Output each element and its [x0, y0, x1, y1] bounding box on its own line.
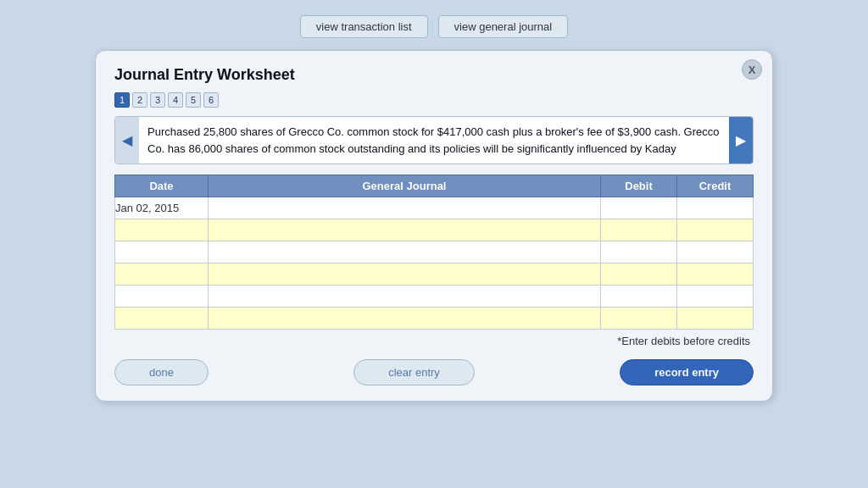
- credit-input[interactable]: [677, 263, 753, 285]
- debit-input[interactable]: [601, 308, 676, 329]
- bottom-buttons: done clear entry record entry: [114, 356, 754, 385]
- journal-input[interactable]: [209, 197, 600, 219]
- journal-cell[interactable]: [209, 197, 601, 219]
- done-button[interactable]: done: [114, 359, 209, 385]
- table-row: [115, 219, 754, 241]
- col-header-credit: Credit: [677, 175, 754, 197]
- debit-cell[interactable]: [601, 263, 677, 286]
- debit-cell[interactable]: [601, 197, 677, 219]
- credit-input[interactable]: [677, 286, 753, 307]
- col-header-debit: Debit: [601, 175, 677, 197]
- journal-input[interactable]: [209, 286, 600, 307]
- date-input[interactable]: [115, 241, 208, 263]
- debit-cell[interactable]: [601, 308, 677, 330]
- credit-input[interactable]: [677, 241, 753, 263]
- view-journal-button[interactable]: view general journal: [438, 15, 569, 38]
- description-area: ◀ Purchased 25,800 shares of Grecco Co. …: [114, 116, 754, 164]
- debit-input[interactable]: [601, 286, 676, 307]
- credit-input[interactable]: [677, 219, 753, 241]
- close-button[interactable]: X: [742, 59, 762, 80]
- table-row: Jan 02, 2015: [115, 197, 754, 219]
- step-2[interactable]: 2: [132, 92, 147, 108]
- date-cell: Jan 02, 2015: [115, 197, 209, 219]
- credit-cell[interactable]: [677, 197, 754, 219]
- credit-cell[interactable]: [677, 286, 754, 308]
- debit-cell[interactable]: [601, 241, 677, 263]
- col-header-journal: General Journal: [209, 175, 601, 197]
- description-text: Purchased 25,800 shares of Grecco Co. co…: [139, 117, 729, 164]
- credit-cell[interactable]: [677, 308, 754, 330]
- record-entry-button[interactable]: record entry: [620, 359, 754, 385]
- debit-input[interactable]: [601, 241, 676, 263]
- credit-cell[interactable]: [677, 219, 754, 241]
- credit-cell[interactable]: [677, 241, 754, 263]
- journal-table: Date General Journal Debit Credit Jan 02…: [114, 175, 754, 330]
- date-input[interactable]: [115, 286, 208, 307]
- credit-cell[interactable]: [677, 263, 754, 286]
- date-input[interactable]: [115, 308, 208, 329]
- debit-input[interactable]: [601, 219, 676, 241]
- date-cell[interactable]: [115, 263, 209, 286]
- view-transaction-button[interactable]: view transaction list: [300, 15, 428, 38]
- debit-cell[interactable]: [601, 219, 677, 241]
- date-cell[interactable]: [115, 308, 209, 330]
- journal-cell[interactable]: [209, 308, 601, 330]
- step-4[interactable]: 4: [168, 92, 183, 108]
- debit-cell[interactable]: [601, 286, 677, 308]
- journal-cell[interactable]: [209, 263, 601, 286]
- journal-cell[interactable]: [209, 241, 601, 263]
- date-cell[interactable]: [115, 241, 209, 263]
- journal-input[interactable]: [209, 241, 600, 263]
- table-row: [115, 263, 754, 286]
- top-navigation: view transaction list view general journ…: [300, 15, 568, 38]
- step-6[interactable]: 6: [203, 92, 219, 108]
- credit-input[interactable]: [677, 197, 753, 219]
- nav-right-arrow[interactable]: ▶: [729, 117, 753, 164]
- table-row: [115, 286, 754, 308]
- step-1[interactable]: 1: [114, 92, 130, 108]
- date-cell[interactable]: [115, 219, 209, 241]
- step-indicators: 1 2 3 4 5 6: [114, 92, 754, 108]
- table-row: [115, 308, 754, 330]
- credit-input[interactable]: [677, 308, 753, 329]
- table-row: [115, 241, 754, 263]
- step-5[interactable]: 5: [186, 92, 201, 108]
- journal-cell[interactable]: [209, 219, 601, 241]
- journal-input[interactable]: [209, 308, 600, 329]
- journal-entry-modal: X Journal Entry Worksheet 1 2 3 4 5 6 ◀ …: [95, 50, 773, 402]
- debit-input[interactable]: [601, 197, 676, 219]
- journal-input[interactable]: [209, 219, 600, 241]
- date-input[interactable]: [115, 263, 208, 285]
- nav-left-arrow[interactable]: ◀: [115, 117, 139, 164]
- date-input[interactable]: [115, 219, 208, 241]
- journal-input[interactable]: [209, 263, 600, 285]
- modal-title: Journal Entry Worksheet: [114, 66, 754, 84]
- clear-entry-button[interactable]: clear entry: [353, 359, 475, 385]
- col-header-date: Date: [115, 175, 209, 197]
- date-cell[interactable]: [115, 286, 209, 308]
- journal-cell[interactable]: [209, 286, 601, 308]
- debit-input[interactable]: [601, 263, 676, 285]
- hint-text: *Enter debits before credits: [114, 335, 754, 347]
- step-3[interactable]: 3: [150, 92, 165, 108]
